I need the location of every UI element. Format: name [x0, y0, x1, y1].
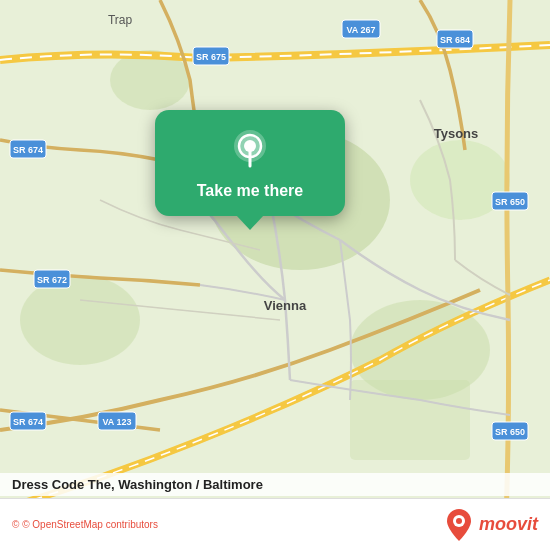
- svg-text:Tysons: Tysons: [434, 126, 479, 141]
- moovit-text: moovit: [479, 514, 538, 535]
- svg-text:VA 267: VA 267: [346, 25, 375, 35]
- svg-rect-0: [0, 0, 550, 550]
- svg-text:Trap: Trap: [108, 13, 133, 27]
- svg-text:Vienna: Vienna: [264, 298, 307, 313]
- osm-credit: © © OpenStreetMap contributors: [12, 519, 445, 530]
- copyright-symbol: ©: [12, 519, 19, 530]
- svg-text:VA 123: VA 123: [102, 417, 131, 427]
- svg-text:SR 684: SR 684: [440, 35, 470, 45]
- svg-text:SR 650: SR 650: [495, 427, 525, 437]
- place-label: Dress Code The, Washington / Baltimore: [0, 473, 550, 496]
- bottom-bar: © © OpenStreetMap contributors moovit: [0, 498, 550, 550]
- svg-text:SR 674: SR 674: [13, 145, 43, 155]
- svg-text:SR 650: SR 650: [495, 197, 525, 207]
- map-container: SR 675 SR 684 VA 267 SR 674 SR 650 SR 67…: [0, 0, 550, 550]
- svg-text:SR 672: SR 672: [37, 275, 67, 285]
- svg-text:SR 674: SR 674: [13, 417, 43, 427]
- svg-point-34: [456, 518, 462, 524]
- osm-text: © OpenStreetMap contributors: [22, 519, 158, 530]
- moovit-pin-icon: [445, 507, 473, 543]
- location-pin-icon: [228, 128, 272, 172]
- popup-card[interactable]: Take me there: [155, 110, 345, 216]
- moovit-logo: moovit: [445, 507, 538, 543]
- map-background: SR 675 SR 684 VA 267 SR 674 SR 650 SR 67…: [0, 0, 550, 550]
- svg-text:SR 675: SR 675: [196, 52, 226, 62]
- take-me-there-button[interactable]: Take me there: [197, 182, 303, 200]
